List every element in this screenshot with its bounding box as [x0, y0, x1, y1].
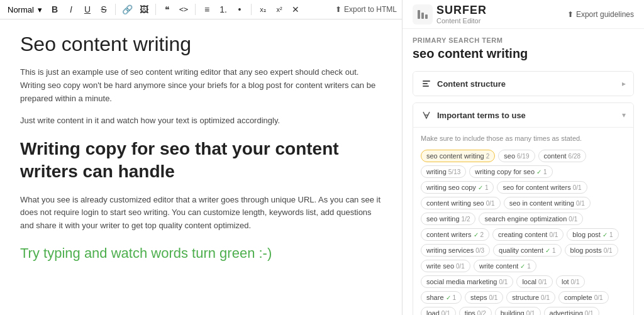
- tag-text: load: [426, 309, 440, 315]
- tag-count: 0/2: [477, 310, 486, 315]
- svg-rect-1: [421, 13, 424, 19]
- tag-item[interactable]: content writing seo 0/1: [421, 197, 501, 209]
- important-terms-chevron: [622, 111, 626, 119]
- tag-item[interactable]: seo writing 1/2: [421, 213, 475, 225]
- surfer-logo: SURFER Content Editor: [413, 4, 487, 25]
- tag-item[interactable]: write content ✓ 1: [474, 260, 536, 272]
- surfer-sub-label: Content Editor: [436, 17, 487, 25]
- tag-item[interactable]: tips 0/2: [459, 307, 492, 315]
- italic-button[interactable]: I: [64, 3, 79, 16]
- tag-item[interactable]: blog post ✓ 1: [567, 228, 618, 241]
- important-terms-header-left: Important terms to use: [421, 109, 526, 121]
- chevron-down-icon: ▾: [38, 5, 42, 14]
- tag-count: 0/1: [441, 310, 450, 315]
- tag-text: local: [522, 278, 536, 285]
- tag-item[interactable]: writing services 0/3: [421, 244, 490, 257]
- tag-text: content: [544, 152, 567, 160]
- tag-text: building: [501, 309, 525, 315]
- content-structure-title: Content structure: [437, 79, 506, 89]
- tag-check: ✓: [520, 263, 525, 270]
- tag-item[interactable]: steps 0/1: [465, 291, 503, 304]
- clear-format-button[interactable]: ✕: [288, 3, 303, 16]
- tag-item[interactable]: quality content ✓ 1: [493, 244, 562, 257]
- tag-count: 0/1: [549, 231, 558, 238]
- important-terms-header[interactable]: Important terms to use: [413, 103, 633, 127]
- tag-item[interactable]: content 6/28: [538, 150, 587, 162]
- tag-text: blog post: [572, 231, 601, 238]
- tag-text: creating content: [498, 231, 547, 238]
- section-header-left: Content structure: [421, 78, 506, 89]
- doc-cta: Try typing and watch words turn green :-…: [20, 245, 382, 262]
- align-button[interactable]: ≡: [199, 3, 214, 16]
- primary-term-value: seo content writing: [413, 47, 634, 61]
- important-terms-hint: Make sure to include those as many times…: [421, 134, 626, 143]
- superscript-button[interactable]: x²: [272, 4, 287, 15]
- tag-item[interactable]: blog posts 0/1: [565, 244, 618, 257]
- tag-text: structure: [512, 294, 539, 301]
- link-button[interactable]: 🔗: [119, 3, 135, 16]
- export-html-button[interactable]: ⬆ Export to HTML: [335, 5, 397, 14]
- tag-text: writing services: [426, 246, 474, 254]
- tag-item[interactable]: seo 6/19: [498, 150, 535, 162]
- tag-check: ✓: [545, 247, 550, 254]
- export-guidelines-button[interactable]: ⬆ Export guidelines: [567, 10, 634, 19]
- toolbar-right: ⬆ Export to HTML: [335, 5, 397, 14]
- tag-item[interactable]: complete 0/1: [558, 291, 609, 304]
- tag-count: 0/1: [489, 294, 497, 301]
- important-terms-title: Important terms to use: [437, 111, 526, 120]
- tag-text: seo for content writers: [502, 184, 570, 191]
- tag-text: seo: [504, 152, 515, 160]
- tag-item[interactable]: search engine optimization 0/1: [479, 213, 583, 225]
- tag-item[interactable]: writing copy for seo ✓ 1: [469, 165, 552, 178]
- tag-text: seo writing: [426, 215, 460, 223]
- bold-button[interactable]: B: [47, 3, 62, 16]
- tag-item[interactable]: local 0/1: [516, 275, 553, 288]
- subscript-button[interactable]: x₂: [255, 4, 270, 16]
- tag-item[interactable]: write seo 0/1: [421, 260, 470, 272]
- editor-content[interactable]: Seo content writing This is just an exam…: [0, 19, 402, 315]
- content-structure-header[interactable]: Content structure: [413, 72, 633, 96]
- export-guidelines-icon: ⬆: [567, 10, 574, 19]
- tag-check: ✓: [474, 231, 479, 238]
- toolbar-divider-2: [155, 4, 156, 15]
- tag-text: advertising: [550, 309, 583, 315]
- tag-item[interactable]: creating content 0/1: [492, 228, 564, 241]
- tag-item[interactable]: content writers ✓ 2: [421, 228, 489, 241]
- tag-item[interactable]: social media marketing 0/1: [421, 275, 513, 288]
- tag-item[interactable]: lot 0/1: [556, 275, 586, 288]
- tag-check: ✓: [602, 231, 608, 238]
- surfer-panel: SURFER Content Editor ⬆ Export guideline…: [402, 0, 644, 315]
- strikethrough-button[interactable]: S: [96, 3, 111, 16]
- svg-rect-0: [418, 10, 420, 19]
- tag-item[interactable]: share ✓ 1: [421, 291, 462, 304]
- content-structure-icon: [421, 78, 432, 89]
- tag-item[interactable]: advertising 0/1: [544, 307, 599, 315]
- tag-item[interactable]: writing 5/13: [421, 165, 466, 178]
- tag-text: quality content: [499, 246, 543, 254]
- export-guidelines-label: Export guidelines: [576, 10, 634, 19]
- tag-item[interactable]: seo in content writing 0/1: [504, 197, 591, 209]
- tag-count: 1: [527, 263, 531, 270]
- code-button[interactable]: <>: [176, 3, 191, 16]
- tag-item[interactable]: structure 0/1: [506, 291, 555, 304]
- blockquote-button[interactable]: ❝: [160, 3, 175, 16]
- underline-button[interactable]: U: [80, 3, 95, 16]
- tag-text: seo content writing: [426, 152, 484, 160]
- tag-text: steps: [470, 294, 487, 301]
- tag-text: lot: [562, 278, 569, 285]
- tag-item[interactable]: building 0/1: [495, 307, 541, 315]
- tag-item[interactable]: seo for content writers 0/1: [497, 181, 587, 194]
- tag-item[interactable]: load 0/1: [421, 307, 456, 315]
- svg-rect-5: [423, 86, 429, 87]
- ul-button[interactable]: •: [232, 3, 247, 16]
- style-select[interactable]: Normal: [5, 4, 36, 16]
- tag-item[interactable]: writing seo copy ✓ 1: [421, 181, 494, 194]
- doc-intro: This is just an example use of seo conte…: [20, 66, 382, 105]
- tag-count: 5/13: [448, 169, 460, 175]
- image-button[interactable]: 🖼: [136, 3, 152, 16]
- tag-count: 2: [480, 231, 484, 238]
- tag-count: 0/1: [594, 294, 603, 301]
- tag-item[interactable]: seo content writing 2: [421, 150, 495, 162]
- ol-button[interactable]: 1.: [216, 3, 231, 16]
- tag-count: 0/1: [576, 200, 585, 207]
